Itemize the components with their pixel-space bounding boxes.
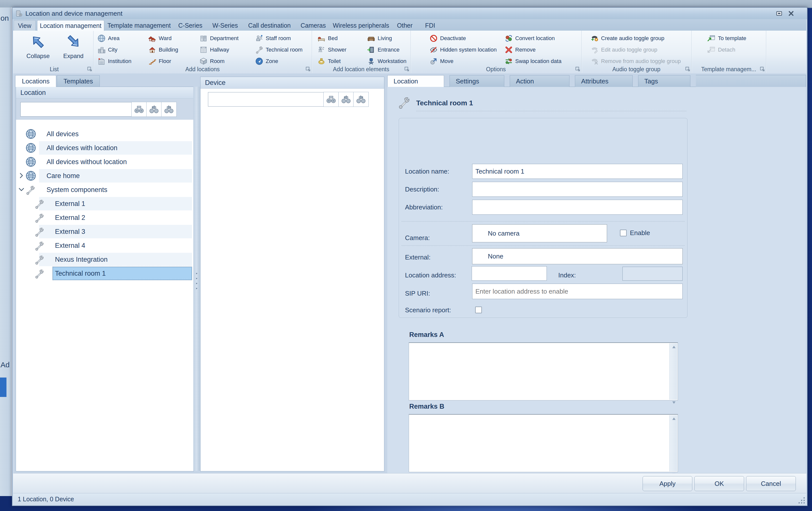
detail-tab-location[interactable]: Location bbox=[387, 75, 444, 87]
ribbon-item-create-audio-toggle-group[interactable]: Create audio toggle group bbox=[590, 33, 664, 44]
convert-icon bbox=[504, 34, 513, 43]
ribbon-item-hallway[interactable]: Hallway bbox=[199, 45, 229, 55]
ribbon-tab-view[interactable]: View bbox=[14, 20, 35, 31]
detail-tab-tags[interactable]: Tags bbox=[638, 75, 690, 87]
ribbon-item-bed[interactable]: Bed bbox=[317, 33, 338, 44]
ribbon-item-toilet[interactable]: Toilet bbox=[317, 56, 341, 66]
tree-item-external-4[interactable]: External 4 bbox=[16, 239, 193, 252]
ribbon-item-area[interactable]: Area bbox=[97, 33, 119, 44]
ribbon-item-deactivate[interactable]: Deactivate bbox=[429, 33, 466, 44]
ribbon-item-room[interactable]: Room bbox=[199, 56, 225, 66]
ribbon-item-to-template[interactable]: To template bbox=[707, 33, 746, 44]
scenario-report-checkbox[interactable] bbox=[475, 306, 482, 313]
remarks-a-textarea[interactable] bbox=[409, 342, 678, 400]
tree-item-all-devices-without-location[interactable]: All devices without location bbox=[16, 155, 193, 169]
field-separator bbox=[402, 245, 685, 246]
room-icon bbox=[199, 57, 208, 65]
camera-enable-checkbox[interactable] bbox=[620, 230, 627, 236]
ribbon-tab-c-series[interactable]: C-Series bbox=[174, 20, 206, 31]
left-tab-strip: LocationsTemplates bbox=[15, 75, 100, 87]
cancel-button[interactable]: Cancel bbox=[746, 476, 796, 491]
dialog-launcher-icon[interactable] bbox=[760, 66, 765, 72]
ribbon-item-entrance[interactable]: Entrance bbox=[367, 45, 400, 55]
restore-button[interactable] bbox=[773, 10, 785, 17]
ribbon-item-convert-location[interactable]: Convert location bbox=[504, 33, 555, 44]
detail-tab-action[interactable]: Action bbox=[510, 75, 570, 87]
tree-item-all-devices-with-location[interactable]: All devices with location bbox=[16, 141, 193, 155]
location-address-input[interactable] bbox=[472, 266, 547, 281]
detail-tab-attributes[interactable]: Attributes bbox=[575, 75, 633, 87]
dialog-launcher-icon[interactable] bbox=[306, 66, 311, 72]
tree-item-external-1[interactable]: External 1 bbox=[16, 197, 193, 211]
ribbon-item-department[interactable]: Department bbox=[199, 33, 238, 44]
ribbon-tab-template-management[interactable]: Template management bbox=[106, 20, 172, 31]
ribbon-item-living[interactable]: Living bbox=[367, 33, 392, 44]
ribbon-tab-cameras[interactable]: Cameras bbox=[296, 20, 330, 31]
ok-button[interactable]: OK bbox=[694, 476, 744, 491]
panel-splitter[interactable] bbox=[193, 87, 200, 471]
device-search-input[interactable] bbox=[208, 92, 327, 107]
location-name-input[interactable] bbox=[472, 164, 683, 179]
tree-item-system-components[interactable]: System components bbox=[16, 183, 193, 197]
ribbon-item-floor[interactable]: Floor bbox=[148, 56, 171, 66]
ribbon-item-institution[interactable]: Institution bbox=[97, 56, 132, 66]
ribbon-tab-location-management[interactable]: Location management bbox=[37, 20, 104, 31]
ribbon-item-city[interactable]: City bbox=[97, 45, 117, 55]
remarks-b-scrollbar[interactable] bbox=[669, 415, 677, 472]
globe-icon bbox=[25, 128, 36, 140]
ribbon-item-remove[interactable]: Remove bbox=[504, 45, 535, 55]
title-bar[interactable]: Location and device management bbox=[12, 8, 807, 19]
abbreviation-input[interactable] bbox=[472, 200, 683, 215]
apply-button[interactable]: Apply bbox=[643, 476, 692, 491]
deactivate-icon bbox=[429, 34, 438, 43]
search-button-2[interactable] bbox=[146, 102, 162, 117]
ribbon-item-hidden-system-location[interactable]: Hidden system location bbox=[429, 45, 497, 55]
ribbon-item-collapse[interactable]: Collapse bbox=[22, 32, 54, 65]
dialog-launcher-icon[interactable] bbox=[575, 66, 580, 72]
search-button-3[interactable] bbox=[353, 92, 369, 107]
dialog-launcher-icon[interactable] bbox=[87, 66, 92, 72]
ribbon-item-move[interactable]: Move bbox=[429, 56, 454, 66]
resize-grip[interactable] bbox=[797, 495, 805, 504]
detail-tab-settings[interactable]: Settings bbox=[450, 75, 504, 87]
search-button-3[interactable] bbox=[161, 102, 177, 117]
ribbon-item-shower[interactable]: Shower bbox=[317, 45, 347, 55]
sip-uri-input[interactable] bbox=[472, 284, 683, 299]
tree-item-external-2[interactable]: External 2 bbox=[16, 211, 193, 225]
remarks-b-textarea[interactable] bbox=[409, 414, 678, 472]
camera-combobox[interactable]: No camera bbox=[472, 224, 607, 242]
tree-item-all-devices[interactable]: All devices bbox=[16, 127, 193, 141]
ribbon-tab-wireless-peripherals[interactable]: Wireless peripherals bbox=[332, 20, 390, 31]
description-input[interactable] bbox=[472, 182, 683, 197]
ribbon-item-zone[interactable]: Zone bbox=[255, 56, 278, 66]
ribbon-tab-fdi[interactable]: FDI bbox=[420, 20, 441, 31]
tree-item-technical-room-1[interactable]: Technical room 1 bbox=[16, 266, 193, 280]
ribbon-tab-call-destination[interactable]: Call destination bbox=[245, 20, 294, 31]
ribbon-item-workstation[interactable]: Workstation bbox=[367, 56, 406, 66]
index-input bbox=[622, 267, 683, 281]
location-search-input[interactable] bbox=[20, 102, 135, 116]
close-button[interactable] bbox=[785, 10, 797, 17]
left-tab-templates[interactable]: Templates bbox=[57, 75, 100, 87]
ribbon-item-technical-room[interactable]: Technical room bbox=[255, 45, 302, 55]
ribbon-item-building[interactable]: Building bbox=[148, 45, 178, 55]
tree-item-external-3[interactable]: External 3 bbox=[16, 225, 193, 239]
left-tab-locations[interactable]: Locations bbox=[15, 75, 56, 87]
tree-item-nexus-integration[interactable]: Nexus Integration bbox=[16, 252, 193, 266]
chevron-down-icon[interactable] bbox=[18, 186, 25, 193]
ribbon-item-ward[interactable]: Ward bbox=[148, 33, 172, 44]
search-button-2[interactable] bbox=[338, 92, 354, 107]
ribbon-item-swap-location-data[interactable]: Swap location data bbox=[504, 56, 561, 66]
tree-item-care-home[interactable]: Care home bbox=[16, 169, 193, 183]
dialog-launcher-icon[interactable] bbox=[685, 66, 690, 72]
chevron-right-icon[interactable] bbox=[18, 172, 25, 179]
search-button-1[interactable] bbox=[323, 92, 339, 107]
external-combobox[interactable]: None bbox=[472, 248, 683, 264]
ribbon-tab-other[interactable]: Other bbox=[391, 20, 419, 31]
ribbon-item-staff-room[interactable]: Staff room bbox=[255, 33, 291, 44]
remarks-a-scrollbar[interactable] bbox=[669, 343, 677, 400]
search-button-1[interactable] bbox=[132, 102, 147, 117]
ribbon-tab-w-series[interactable]: W-Series bbox=[208, 20, 242, 31]
ribbon-item-expand[interactable]: Expand bbox=[57, 32, 89, 65]
dialog-launcher-icon[interactable] bbox=[404, 66, 409, 72]
